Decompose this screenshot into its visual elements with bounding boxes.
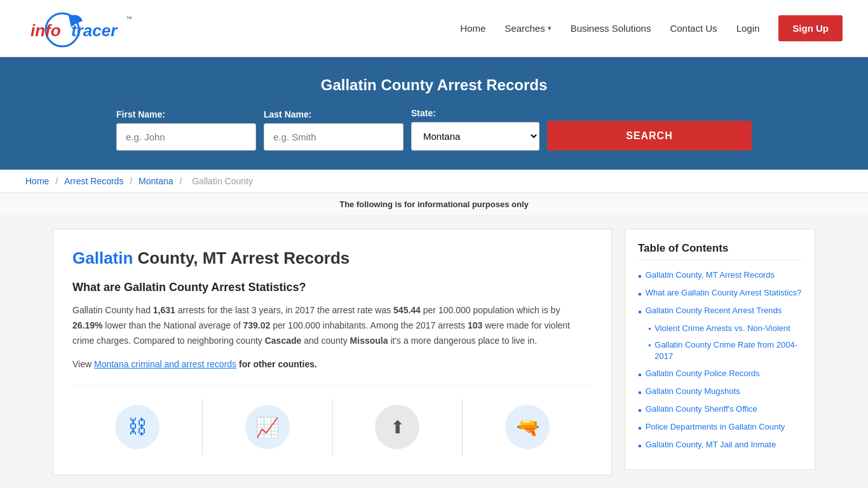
last-name-label: Last Name: xyxy=(264,109,403,119)
search-form: First Name: Last Name: State: AlabamaAla… xyxy=(116,108,752,151)
logo-area: info tracer ™ xyxy=(25,10,140,48)
content-paragraph1: Gallatin County had 1,631 arrests for th… xyxy=(72,303,592,348)
handcuffs-icon: ⛓ xyxy=(115,405,159,449)
toc-bullet-icon: ▪ xyxy=(648,341,651,349)
first-name-input[interactable] xyxy=(116,123,256,151)
violent-count: 103 xyxy=(468,320,482,330)
icon-item-chart: 📈 xyxy=(203,398,333,456)
national-avg: 739.02 xyxy=(243,320,271,330)
toc-link[interactable]: Gallatin County, MT Jail and Inmate xyxy=(646,439,776,451)
county-missoula: Missoula xyxy=(350,336,388,346)
state-group: State: AlabamaAlaskaArizonaArkansasCalif… xyxy=(411,108,539,151)
breadcrumb-montana[interactable]: Montana xyxy=(139,176,173,186)
toc-bullet-icon: ▪ xyxy=(638,440,642,452)
hero-title: Gallatin County Arrest Records xyxy=(25,76,843,94)
toc-list-item: ▪Gallatin County Crime Rate from 2004-20… xyxy=(638,339,802,362)
toc-list-item: ▪Police Departments in Gallatin County xyxy=(638,421,802,434)
toc-bullet-icon: ▪ xyxy=(638,306,642,318)
icon-item-arrow: ⬆ xyxy=(333,398,463,456)
state-select[interactable]: AlabamaAlaskaArizonaArkansasCaliforniaCo… xyxy=(411,122,539,151)
toc-list-item: ▪Gallatin County Police Records xyxy=(638,368,802,381)
search-button[interactable]: SEARCH xyxy=(547,121,752,151)
content-title: Gallatin County, MT Arrest Records xyxy=(72,248,592,268)
toc-bullet-icon: ▪ xyxy=(638,423,642,434)
arrow-up-icon: ⬆ xyxy=(375,405,419,449)
signup-button[interactable]: Sign Up xyxy=(778,15,843,41)
chart-icon: 📈 xyxy=(245,405,290,449)
toc-link[interactable]: What are Gallatin County Arrest Statisti… xyxy=(646,287,802,299)
toc-link[interactable]: Gallatin County Crime Rate from 2004-201… xyxy=(654,339,802,362)
toc-list: ▪Gallatin County, MT Arrest Records▪What… xyxy=(638,269,802,452)
toc-list-item: ▪Gallatin County Mugshots xyxy=(638,386,802,398)
arrest-rate: 545.44 xyxy=(393,305,421,315)
toc-bullet-icon: ▪ xyxy=(638,271,642,282)
breadcrumb-home[interactable]: Home xyxy=(25,176,49,186)
svg-text:tracer: tracer xyxy=(71,21,118,40)
icon-item-handcuffs: ⛓ xyxy=(72,398,203,456)
state-label: State: xyxy=(411,108,539,118)
toc-sidebar: Table of Contents ▪Gallatin County, MT A… xyxy=(625,229,815,470)
icons-row: ⛓ 📈 ⬆ 🔫 xyxy=(72,385,592,456)
header: info tracer ™ Home Searches ▾ Business S… xyxy=(0,0,868,57)
nav-login[interactable]: Login xyxy=(736,23,760,34)
toc-heading: Table of Contents xyxy=(638,242,802,261)
gun-icon: 🔫 xyxy=(505,405,550,449)
toc-link[interactable]: Gallatin County Police Records xyxy=(646,368,760,379)
toc-list-item: ▪Gallatin County, MT Jail and Inmate xyxy=(638,439,802,452)
nav-business-solutions[interactable]: Business Solutions xyxy=(571,23,651,34)
chevron-down-icon: ▾ xyxy=(548,24,552,32)
toc-list-item: ▪Gallatin County Sheriff's Office xyxy=(638,403,802,416)
nav-searches[interactable]: Searches ▾ xyxy=(505,23,551,34)
main-nav: Home Searches ▾ Business Solutions Conta… xyxy=(460,15,843,41)
toc-link[interactable]: Violent Crime Arrests vs. Non-Violent xyxy=(654,323,790,334)
toc-link[interactable]: Gallatin County, MT Arrest Records xyxy=(646,269,775,281)
toc-link[interactable]: Gallatin County Recent Arrest Trends xyxy=(646,305,782,316)
lower-pct: 26.19% xyxy=(72,320,102,330)
breadcrumb: Home / Arrest Records / Montana / Gallat… xyxy=(0,170,868,193)
content-view-link-para: View Montana criminal and arrest records… xyxy=(72,357,592,372)
last-name-input[interactable] xyxy=(264,123,403,151)
hero-section: Gallatin County Arrest Records First Nam… xyxy=(0,57,868,170)
toc-list-item: ▪What are Gallatin County Arrest Statist… xyxy=(638,287,802,300)
icon-item-gun: 🔫 xyxy=(463,398,592,456)
toc-link[interactable]: Police Departments in Gallatin County xyxy=(646,421,785,433)
logo: info tracer ™ xyxy=(25,10,140,48)
last-name-group: Last Name: xyxy=(264,109,403,151)
breadcrumb-gallatin-county: Gallatin County xyxy=(192,176,253,186)
nav-home[interactable]: Home xyxy=(460,23,485,34)
toc-bullet-icon: ▪ xyxy=(638,288,642,300)
toc-list-item: ▪Gallatin County, MT Arrest Records xyxy=(638,269,802,282)
county-cascade: Cascade xyxy=(265,336,302,346)
main-content: Gallatin County, MT Arrest Records What … xyxy=(27,216,841,488)
first-name-label: First Name: xyxy=(116,109,256,119)
info-notice: The following is for informational purpo… xyxy=(0,193,868,216)
title-rest: County, MT Arrest Records xyxy=(133,248,349,268)
section1-heading: What are Gallatin County Arrest Statisti… xyxy=(72,281,592,294)
toc-list-item: ▪Violent Crime Arrests vs. Non-Violent xyxy=(638,323,802,334)
toc-bullet-icon: ▪ xyxy=(638,405,642,416)
nav-searches-label: Searches xyxy=(505,23,545,34)
svg-text:™: ™ xyxy=(126,15,132,22)
content-body: Gallatin County, MT Arrest Records What … xyxy=(53,229,612,475)
breadcrumb-arrest-records[interactable]: Arrest Records xyxy=(64,176,123,186)
montana-records-link[interactable]: Montana criminal and arrest records xyxy=(94,359,236,369)
svg-text:info: info xyxy=(31,21,61,40)
title-highlight: Gallatin xyxy=(72,248,133,268)
arrests-count: 1,631 xyxy=(153,305,175,315)
toc-bullet-icon: ▪ xyxy=(638,387,642,398)
toc-link[interactable]: Gallatin County Mugshots xyxy=(646,386,740,397)
toc-link[interactable]: Gallatin County Sheriff's Office xyxy=(646,403,757,415)
toc-bullet-icon: ▪ xyxy=(648,324,651,333)
first-name-group: First Name: xyxy=(116,109,256,151)
toc-list-item: ▪Gallatin County Recent Arrest Trends xyxy=(638,305,802,318)
nav-contact-us[interactable]: Contact Us xyxy=(670,23,717,34)
toc-bullet-icon: ▪ xyxy=(638,369,642,381)
